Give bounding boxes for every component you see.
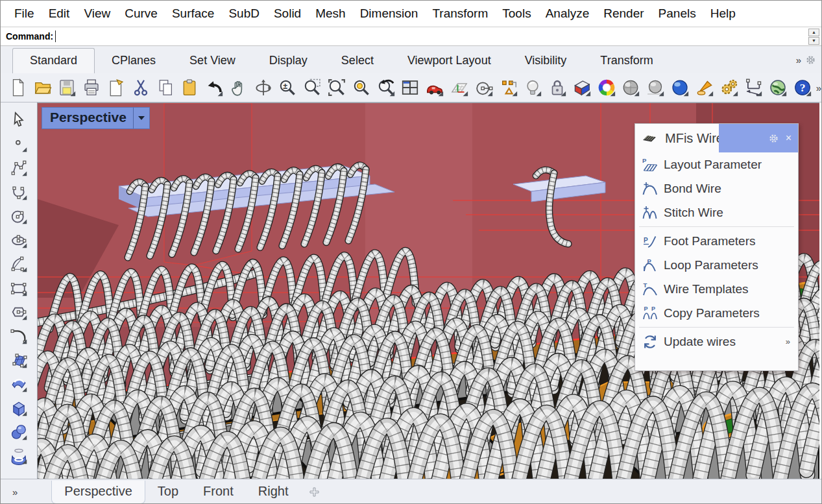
viewport-title-dropdown[interactable]: Perspective bbox=[42, 107, 150, 129]
panel-item-loop-parameters[interactable]: PLoop Parameters bbox=[635, 253, 798, 277]
menu-mesh[interactable]: Mesh bbox=[308, 6, 352, 21]
toolbar-color-wheel-button[interactable] bbox=[594, 75, 619, 100]
sidebar-sphere-button[interactable] bbox=[7, 420, 30, 444]
spinner-down-button[interactable]: ▼ bbox=[808, 37, 819, 45]
toolbar-cut-button[interactable] bbox=[128, 75, 153, 100]
menu-subd[interactable]: SubD bbox=[221, 6, 267, 21]
menu-transform[interactable]: Transform bbox=[425, 6, 495, 21]
toolbar-help-button[interactable]: ? bbox=[790, 75, 815, 100]
toolbar-paste-button[interactable] bbox=[177, 75, 202, 100]
tab-overflow-button[interactable]: » bbox=[796, 54, 801, 66]
menu-solid[interactable]: Solid bbox=[267, 6, 308, 21]
sidebar-single-point-button[interactable] bbox=[7, 132, 30, 156]
close-icon[interactable]: × bbox=[786, 133, 792, 143]
toolbar-rotate-view-button[interactable] bbox=[251, 75, 276, 100]
panel-item-overflow[interactable]: » bbox=[786, 337, 790, 346]
toolbar-radius-button[interactable] bbox=[472, 75, 496, 100]
command-history-spinner[interactable]: ▲ ▼ bbox=[808, 29, 819, 45]
sidebar-rectangle-button[interactable] bbox=[7, 276, 30, 300]
sidebar-patch-surface-button[interactable] bbox=[7, 372, 30, 396]
toolbar-zoom-back-button[interactable] bbox=[374, 75, 398, 100]
viewport-tab-right[interactable]: Right bbox=[246, 481, 301, 503]
toolbar-tab-viewport-layout[interactable]: Viewport Layout bbox=[391, 49, 508, 73]
sidebar-select-button[interactable] bbox=[7, 108, 30, 132]
sidebar-ellipse-button[interactable] bbox=[7, 228, 30, 252]
toolbar-copy-button[interactable] bbox=[153, 75, 178, 100]
toolbar-ghosted-view-button[interactable] bbox=[643, 75, 668, 100]
toolbar-tab-set-view[interactable]: Set View bbox=[173, 49, 252, 73]
menu-curve[interactable]: Curve bbox=[117, 6, 165, 21]
mfis-panel-header[interactable]: MFis Wire × bbox=[635, 124, 798, 152]
sidebar-polygon-button[interactable] bbox=[7, 300, 30, 324]
toolbar-light-button[interactable] bbox=[520, 75, 545, 100]
viewport-tab-perspective[interactable]: Perspective bbox=[51, 481, 145, 504]
toolbar-tab-cplanes[interactable]: CPlanes bbox=[95, 49, 173, 73]
toolbar-points-button[interactable] bbox=[496, 75, 521, 100]
menu-render[interactable]: Render bbox=[596, 6, 651, 21]
menu-panels[interactable]: Panels bbox=[651, 6, 703, 21]
menu-dimension[interactable]: Dimension bbox=[353, 6, 426, 21]
toolbar-open-file-button[interactable] bbox=[30, 75, 55, 100]
panel-item-layout-parameter[interactable]: PLayout Parameter bbox=[635, 152, 798, 176]
toolbar-viewport-layout-button[interactable] bbox=[398, 75, 423, 100]
toolbar-shaded-view-button[interactable] bbox=[619, 75, 644, 100]
panel-item-wire-templates[interactable]: TWire Templates bbox=[635, 277, 798, 301]
toolbar-zoom-window-button[interactable] bbox=[300, 75, 324, 100]
toolbar-export-button[interactable] bbox=[104, 75, 128, 100]
panel-item-stitch-wire[interactable]: Stitch Wire bbox=[635, 200, 798, 224]
panel-item-copy-parameters[interactable]: PPCopy Parameters bbox=[635, 301, 798, 325]
toolbar-print-button[interactable] bbox=[79, 75, 104, 100]
panel-item-foot-parameters[interactable]: PFoot Parameters bbox=[635, 229, 798, 253]
toolbar-zoom-extents-button[interactable] bbox=[324, 75, 349, 100]
panel-item-bond-wire[interactable]: Bond Wire bbox=[635, 176, 798, 200]
add-viewport-icon[interactable] bbox=[309, 487, 319, 497]
toolbar-save-button[interactable] bbox=[55, 75, 80, 100]
toolbar-tab-visibility[interactable]: Visibility bbox=[508, 49, 584, 73]
viewport-tab-front[interactable]: Front bbox=[191, 481, 246, 503]
toolbar-rendered-view-button[interactable] bbox=[668, 75, 692, 100]
single-point-icon bbox=[10, 135, 28, 153]
menu-file[interactable]: File bbox=[7, 6, 42, 21]
toolbar-named-view-button[interactable] bbox=[422, 75, 447, 100]
toolbar-tab-select[interactable]: Select bbox=[324, 49, 391, 73]
viewport-perspective[interactable]: Perspective MFis Wire × PLayout Paramete… bbox=[38, 102, 819, 479]
toolbar-lock-button[interactable] bbox=[545, 75, 570, 100]
toolbar-dimension-tool-button[interactable] bbox=[741, 75, 766, 100]
sidebar-arc-button[interactable] bbox=[7, 252, 30, 276]
toolbar-cplane-button[interactable] bbox=[447, 75, 472, 100]
sidebar-box-button[interactable] bbox=[7, 396, 30, 420]
menu-help[interactable]: Help bbox=[703, 6, 743, 21]
toolbar-tab-transform[interactable]: Transform bbox=[583, 49, 670, 73]
sidebar-revolve-button[interactable] bbox=[7, 444, 30, 468]
menu-tools[interactable]: Tools bbox=[495, 6, 538, 21]
menu-surface[interactable]: Surface bbox=[165, 6, 221, 21]
command-bar[interactable]: Command: ▲ ▼ bbox=[1, 27, 821, 46]
sidebar-overflow-button[interactable]: » bbox=[12, 486, 18, 498]
toolbar-display-wedge-button[interactable] bbox=[570, 75, 594, 100]
toolbar-spotlight-button[interactable] bbox=[692, 75, 717, 100]
toolbar-earth-button[interactable] bbox=[766, 75, 790, 100]
toolbar-options-button[interactable] bbox=[717, 75, 742, 100]
toolbar-overflow-button[interactable]: » bbox=[816, 82, 821, 93]
menu-analyze[interactable]: Analyze bbox=[538, 6, 597, 21]
menu-edit[interactable]: Edit bbox=[42, 6, 77, 21]
sidebar-circle-button[interactable] bbox=[7, 204, 30, 228]
toolbar-tab-display[interactable]: Display bbox=[252, 49, 324, 73]
toolbar-new-document-button[interactable] bbox=[6, 75, 30, 100]
gear-icon[interactable] bbox=[768, 133, 779, 144]
sidebar-polyline-button[interactable] bbox=[7, 156, 30, 180]
toolbar-pan-button[interactable] bbox=[226, 75, 251, 100]
sidebar-surface-from-points-button[interactable] bbox=[7, 348, 30, 372]
chevron-down-icon[interactable] bbox=[133, 108, 149, 128]
sidebar-fillet-curves-button[interactable] bbox=[7, 324, 30, 348]
viewport-tab-top[interactable]: Top bbox=[145, 481, 191, 503]
toolbar-zoom-selected-button[interactable] bbox=[349, 75, 374, 100]
panel-item-update-wires[interactable]: Update wires» bbox=[635, 330, 798, 354]
toolbar-tab-standard[interactable]: Standard bbox=[12, 48, 95, 73]
toolbar-zoom-dynamic-button[interactable]: ± bbox=[276, 75, 300, 100]
menu-view[interactable]: View bbox=[77, 6, 117, 21]
toolbar-undo-button[interactable] bbox=[202, 75, 226, 100]
sidebar-control-point-curve-button[interactable] bbox=[7, 180, 30, 204]
gear-icon[interactable] bbox=[805, 54, 816, 66]
spinner-up-button[interactable]: ▲ bbox=[808, 29, 819, 36]
